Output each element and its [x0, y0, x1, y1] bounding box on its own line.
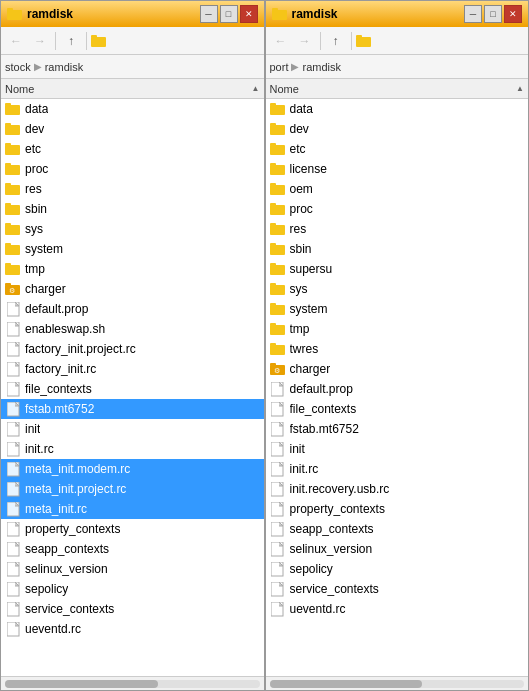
list-item[interactable]: selinux_version: [266, 539, 529, 559]
list-item[interactable]: factory_init.project.rc: [1, 339, 264, 359]
list-item[interactable]: sbin: [266, 239, 529, 259]
right-forward-button[interactable]: →: [294, 30, 316, 52]
left-scrollbar[interactable]: [1, 676, 264, 690]
svg-rect-51: [270, 145, 285, 155]
right-minimize-button[interactable]: ─: [464, 5, 482, 23]
right-up-button[interactable]: ↑: [325, 30, 347, 52]
right-breadcrumb-ramdisk[interactable]: ramdisk: [302, 61, 341, 73]
list-item[interactable]: res: [1, 179, 264, 199]
file-name-label: seapp_contexts: [25, 542, 109, 556]
list-item[interactable]: tmp: [1, 259, 264, 279]
file-name-label: ueventd.rc: [25, 622, 81, 636]
list-item[interactable]: file_contexts: [266, 399, 529, 419]
list-item[interactable]: ⚙charger: [1, 279, 264, 299]
list-item[interactable]: init.rc: [266, 459, 529, 479]
list-item[interactable]: sepolicy: [266, 559, 529, 579]
list-item[interactable]: service_contexts: [266, 579, 529, 599]
list-item[interactable]: dev: [266, 119, 529, 139]
list-item[interactable]: default.prop: [1, 299, 264, 319]
list-item[interactable]: dev: [1, 119, 264, 139]
left-toolbar-sep1: [55, 32, 56, 50]
right-title-bar: ramdisk ─ □ ✕: [266, 1, 529, 27]
file-icon: [270, 441, 286, 457]
right-file-list[interactable]: datadevetclicenseoemprocressbinsupersusy…: [266, 99, 529, 676]
list-item[interactable]: fstab.mt6752: [266, 419, 529, 439]
list-item[interactable]: sys: [1, 219, 264, 239]
list-item[interactable]: ueventd.rc: [1, 619, 264, 639]
list-item[interactable]: sbin: [1, 199, 264, 219]
right-scrollbar[interactable]: [266, 676, 529, 690]
left-maximize-button[interactable]: □: [220, 5, 238, 23]
left-file-list[interactable]: datadevetcprocressbinsyssystemtmp⚙charge…: [1, 99, 264, 676]
list-item[interactable]: init: [266, 439, 529, 459]
list-item[interactable]: sepolicy: [1, 579, 264, 599]
list-item[interactable]: meta_init.modem.rc: [1, 459, 264, 479]
list-item[interactable]: property_contexts: [266, 499, 529, 519]
list-item[interactable]: res: [266, 219, 529, 239]
left-breadcrumb-ramdisk[interactable]: ramdisk: [45, 61, 84, 73]
list-item[interactable]: service_contexts: [1, 599, 264, 619]
list-item[interactable]: fstab.mt6752: [1, 399, 264, 419]
right-breadcrumb-port[interactable]: port: [270, 61, 289, 73]
file-name-label: property_contexts: [25, 522, 120, 536]
file-icon: [5, 541, 21, 557]
file-name-label: file_contexts: [290, 402, 357, 416]
right-back-button[interactable]: ←: [270, 30, 292, 52]
list-item[interactable]: ueventd.rc: [266, 599, 529, 619]
list-item[interactable]: default.prop: [266, 379, 529, 399]
list-item[interactable]: init.rc: [1, 439, 264, 459]
list-item[interactable]: supersu: [266, 259, 529, 279]
list-item[interactable]: property_contexts: [1, 519, 264, 539]
left-scrollbar-track[interactable]: [5, 680, 260, 688]
list-item[interactable]: init.recovery.usb.rc: [266, 479, 529, 499]
left-up-button[interactable]: ↑: [60, 30, 82, 52]
list-item[interactable]: factory_init.rc: [1, 359, 264, 379]
list-item[interactable]: proc: [266, 199, 529, 219]
file-icon: [5, 401, 21, 417]
list-item[interactable]: seapp_contexts: [266, 519, 529, 539]
list-item[interactable]: etc: [1, 139, 264, 159]
list-item[interactable]: license: [266, 159, 529, 179]
list-item[interactable]: ⚙charger: [266, 359, 529, 379]
right-maximize-button[interactable]: □: [484, 5, 502, 23]
right-sep1: ▶: [291, 61, 299, 72]
list-item[interactable]: system: [266, 299, 529, 319]
right-scrollbar-thumb[interactable]: [270, 680, 423, 688]
file-icon: [270, 541, 286, 557]
list-item[interactable]: enableswap.sh: [1, 319, 264, 339]
list-item[interactable]: tmp: [266, 319, 529, 339]
file-name-label: selinux_version: [25, 562, 108, 576]
list-item[interactable]: seapp_contexts: [1, 539, 264, 559]
list-item[interactable]: etc: [266, 139, 529, 159]
list-item[interactable]: system: [1, 239, 264, 259]
left-minimize-button[interactable]: ─: [200, 5, 218, 23]
list-item[interactable]: proc: [1, 159, 264, 179]
list-item[interactable]: sys: [266, 279, 529, 299]
left-back-button[interactable]: ←: [5, 30, 27, 52]
folder-icon: [5, 141, 21, 157]
list-item[interactable]: twres: [266, 339, 529, 359]
list-item[interactable]: meta_init.rc: [1, 499, 264, 519]
svg-rect-53: [270, 165, 285, 175]
list-item[interactable]: meta_init.project.rc: [1, 479, 264, 499]
svg-rect-0: [7, 10, 22, 20]
right-close-button[interactable]: ✕: [504, 5, 522, 23]
list-item[interactable]: data: [1, 99, 264, 119]
file-icon: [5, 501, 21, 517]
list-item[interactable]: oem: [266, 179, 529, 199]
left-toolbar-sep2: [86, 32, 87, 50]
file-name-label: res: [290, 222, 307, 236]
right-col-header: Nome ▲: [266, 79, 529, 99]
left-scrollbar-thumb[interactable]: [5, 680, 158, 688]
right-scrollbar-track[interactable]: [270, 680, 525, 688]
left-breadcrumb-stock[interactable]: stock: [5, 61, 31, 73]
list-item[interactable]: file_contexts: [1, 379, 264, 399]
svg-rect-9: [5, 145, 20, 155]
file-name-label: meta_init.project.rc: [25, 482, 126, 496]
left-forward-button[interactable]: →: [29, 30, 51, 52]
list-item[interactable]: init: [1, 419, 264, 439]
svg-rect-67: [270, 305, 285, 315]
left-close-button[interactable]: ✕: [240, 5, 258, 23]
list-item[interactable]: data: [266, 99, 529, 119]
list-item[interactable]: selinux_version: [1, 559, 264, 579]
